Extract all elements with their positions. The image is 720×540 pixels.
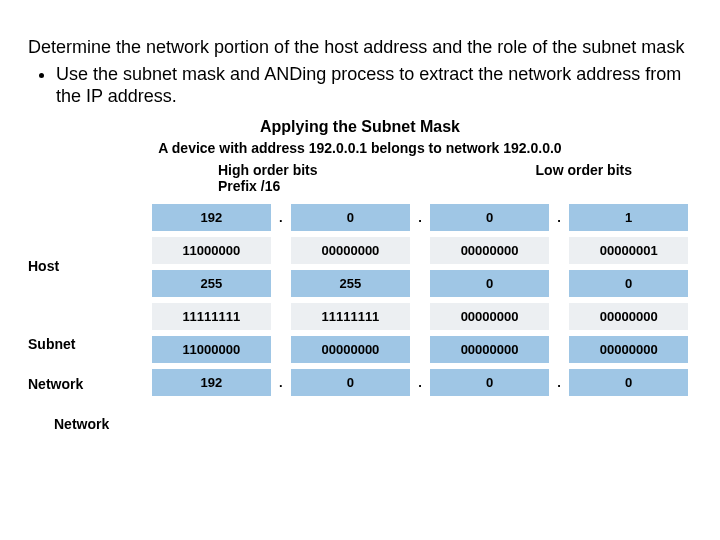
octet-cell: 0 [569, 270, 688, 297]
octet-cell: 0 [291, 369, 410, 396]
octet-cell: 00000000 [569, 336, 688, 363]
table-row: 192.0.0.1 [152, 204, 688, 231]
side-label-host: Host [28, 258, 138, 274]
dot-separator [414, 303, 427, 330]
dot-separator [553, 237, 566, 264]
dot-separator [553, 270, 566, 297]
octet-cell: 11000000 [152, 336, 271, 363]
dot-separator [275, 237, 288, 264]
table-row: 11000000000000000000000000000000 [152, 336, 688, 363]
dot-separator [275, 270, 288, 297]
octet-cell: 00000000 [291, 237, 410, 264]
dot-separator [553, 336, 566, 363]
high-order-label: High order bits Prefix /16 [218, 162, 318, 194]
octet-cell: 11111111 [152, 303, 271, 330]
bullet-list: Use the subnet mask and ANDing process t… [28, 63, 692, 108]
diagram-table-wrap: Host Subnet Network Network 192.0.0.1110… [28, 198, 692, 402]
low-order-label: Low order bits [536, 162, 632, 194]
bits-labels-row: High order bits Prefix /16 Low order bit… [28, 162, 692, 194]
octet-cell: 0 [430, 369, 549, 396]
high-order-line2: Prefix /16 [218, 178, 318, 194]
side-label-network1: Network [28, 376, 138, 392]
diagram-title: Applying the Subnet Mask [28, 118, 692, 136]
octet-cell: 0 [430, 204, 549, 231]
dot-separator: . [553, 369, 566, 396]
octet-cell: 00000000 [430, 303, 549, 330]
dot-separator [414, 237, 427, 264]
octet-cell: 0 [569, 369, 688, 396]
octet-cell: 192 [152, 204, 271, 231]
bullet-item: Use the subnet mask and ANDing process t… [56, 63, 692, 108]
octet-cell: 11000000 [152, 237, 271, 264]
table-row: 25525500 [152, 270, 688, 297]
dot-separator [414, 270, 427, 297]
table-row: 11000000000000000000000000000001 [152, 237, 688, 264]
octet-cell: 00000000 [291, 336, 410, 363]
octet-cell: 0 [291, 204, 410, 231]
dot-separator [275, 303, 288, 330]
dot-separator: . [275, 204, 288, 231]
dot-separator [275, 336, 288, 363]
table-row: 11111111111111110000000000000000 [152, 303, 688, 330]
octet-cell: 255 [291, 270, 410, 297]
dot-separator [553, 303, 566, 330]
dot-separator: . [414, 369, 427, 396]
dot-separator: . [275, 369, 288, 396]
octet-cell: 192 [152, 369, 271, 396]
octet-cell: 00000001 [569, 237, 688, 264]
octet-cell: 0 [430, 270, 549, 297]
heading-text: Determine the network portion of the hos… [28, 36, 692, 59]
side-label-network2: Network [54, 416, 164, 432]
diagram-subtitle: A device with address 192.0.0.1 belongs … [28, 140, 692, 156]
high-order-line1: High order bits [218, 162, 318, 178]
dot-separator: . [553, 204, 566, 231]
octet-table: 192.0.0.11100000000000000000000000000000… [148, 198, 692, 402]
octet-cell: 255 [152, 270, 271, 297]
octet-cell: 00000000 [569, 303, 688, 330]
octet-cell: 00000000 [430, 336, 549, 363]
octet-cell: 00000000 [430, 237, 549, 264]
dot-separator: . [414, 204, 427, 231]
side-label-subnet: Subnet [28, 336, 138, 352]
dot-separator [414, 336, 427, 363]
octet-cell: 11111111 [291, 303, 410, 330]
octet-cell: 1 [569, 204, 688, 231]
table-row: 192.0.0.0 [152, 369, 688, 396]
